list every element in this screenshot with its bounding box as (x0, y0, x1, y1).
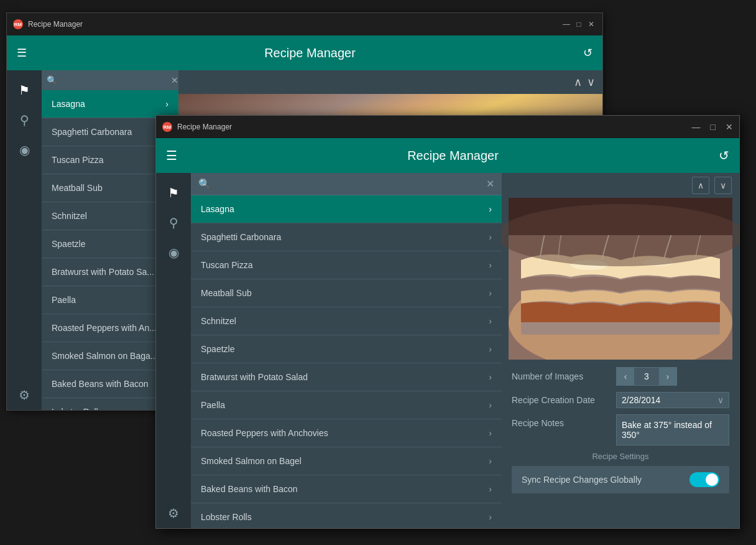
bg-search-clear-btn[interactable]: ✕ (171, 75, 178, 85)
fg-win-controls: — □ ✕ (692, 122, 733, 132)
fg-number-display: ‹ 3 › (616, 367, 677, 386)
fg-recipe-item-meatball-label: Meatball Sub (201, 288, 252, 298)
fg-recipe-item-tuscan-label: Tuscan Pizza (201, 260, 253, 270)
fg-prev-image-btn[interactable]: ∧ (692, 177, 709, 194)
bg-toolbar-title: Recipe Manager (37, 46, 583, 60)
bg-minimize-btn[interactable]: — (561, 19, 571, 29)
fg-num-images-next-btn[interactable]: › (659, 368, 676, 385)
fg-notes-control: Bake at 375° instead of 350° (616, 414, 729, 445)
fg-refresh-btn[interactable]: ↺ (719, 148, 729, 163)
fg-recipe-item-meatball-chevron: › (489, 288, 492, 298)
fg-search-bar: 🔍 ✕ (191, 173, 502, 195)
fg-recipe-item-lobster-chevron: › (489, 512, 492, 522)
fg-menu-icon[interactable]: ☰ (166, 148, 177, 163)
fg-food-image-svg (502, 198, 739, 360)
fg-minimize-btn[interactable]: — (692, 122, 701, 132)
fg-detail-panel: ∧ ∨ (502, 173, 739, 528)
bg-nav-arrows: ∧ ∨ (178, 70, 602, 94)
fg-recipe-item-tuscan[interactable]: Tuscan Pizza › (191, 251, 502, 279)
bg-search-input[interactable] (60, 75, 168, 85)
fg-creation-date-control: 2/28/2014 ∨ (616, 392, 729, 408)
bg-sidebar-search-icon[interactable]: ⚲ (7, 105, 42, 135)
bg-win-controls: — □ ✕ (561, 19, 596, 29)
fg-recipe-item-meatball[interactable]: Meatball Sub › (191, 279, 502, 307)
fg-recipe-item-tuscan-chevron: › (489, 260, 492, 270)
svg-point-6 (502, 204, 739, 266)
fg-recipe-item-schnitzel[interactable]: Schnitzel › (191, 307, 502, 335)
bg-toolbar-right: ↺ (583, 46, 592, 60)
fg-recipe-item-peppers[interactable]: Roasted Peppers with Anchovies › (191, 419, 502, 447)
fg-toolbar-title: Recipe Manager (187, 149, 719, 163)
fg-sidebar-flag-icon[interactable]: ⚑ (156, 178, 191, 208)
fg-content-area: ⚑ ⚲ ◉ ⚙ 🔍 ✕ Lasagna › Spaghetti Carbonar… (156, 173, 739, 528)
fg-sidebar-camera-icon[interactable]: ◉ (156, 238, 191, 268)
fg-num-images-control: ‹ 3 › (616, 367, 729, 386)
fg-notes-label: Recipe Notes (512, 414, 611, 428)
fg-app-icon: RM (162, 122, 172, 132)
bg-maximize-btn[interactable]: □ (574, 19, 584, 29)
fg-recipe-item-beans-chevron: › (489, 484, 492, 494)
fg-close-btn[interactable]: ✕ (726, 122, 733, 132)
fg-notes-value[interactable]: Bake at 375° instead of 350° (616, 414, 729, 445)
fg-recipe-item-bratwurst-label: Bratwurst with Potato Salad (201, 372, 308, 382)
fg-recipe-item-lasagna[interactable]: Lasagna › (191, 195, 502, 223)
fg-detail-nav: ∧ ∨ (502, 173, 739, 198)
bg-close-btn[interactable]: ✕ (586, 19, 596, 29)
foreground-window: RM Recipe Manager — □ ✕ ☰ Recipe Manager… (155, 115, 740, 529)
fg-creation-date-label: Recipe Creation Date (512, 395, 611, 405)
fg-recipe-item-bratwurst[interactable]: Bratwurst with Potato Salad › (191, 363, 502, 391)
fg-recipe-item-paella[interactable]: Paella › (191, 391, 502, 419)
fg-toolbar-right: ↺ (719, 148, 729, 163)
fg-recipe-list-panel: 🔍 ✕ Lasagna › Spaghetti Carbonara › Tusc… (191, 173, 502, 528)
fg-recipe-item-beans[interactable]: Baked Beans with Bacon › (191, 475, 502, 503)
fg-dropdown-arrow-icon: ∨ (717, 395, 724, 405)
fg-recipe-item-spaetzle-label: Spaetzle (201, 344, 234, 354)
fg-recipe-list-scroll[interactable]: Lasagna › Spaghetti Carbonara › Tuscan P… (191, 195, 502, 528)
fg-search-icon: 🔍 (198, 178, 211, 190)
bg-sidebar: ⚑ ⚲ ◉ ⚙ (7, 70, 42, 410)
fg-num-images-prev-btn[interactable]: ‹ (617, 368, 634, 385)
fg-date-value: 2/28/2014 (622, 395, 717, 405)
fg-search-clear-btn[interactable]: ✕ (486, 178, 494, 190)
bg-toolbar: ☰ Recipe Manager ↺ (7, 35, 602, 70)
fg-recipe-item-spaetzle-chevron: › (489, 344, 492, 354)
bg-sidebar-flag-icon[interactable]: ⚑ (7, 75, 42, 105)
fg-recipe-item-salmon-chevron: › (489, 456, 492, 466)
bg-recipe-item-lasagna[interactable]: Lasagna › (42, 90, 178, 118)
fg-maximize-btn[interactable]: □ (711, 122, 716, 132)
fg-recipe-item-bratwurst-chevron: › (489, 372, 492, 382)
fg-toolbar: ☰ Recipe Manager ↺ (156, 138, 739, 173)
fg-recipe-item-salmon[interactable]: Smoked Salmon on Bagel › (191, 447, 502, 475)
bg-search-icon: 🔍 (47, 75, 57, 85)
fg-sync-label: Sync Recipe Changes Globally (522, 475, 689, 485)
fg-date-select[interactable]: 2/28/2014 ∨ (616, 392, 729, 408)
fg-recipe-item-spaetzle[interactable]: Spaetzle › (191, 335, 502, 363)
fg-search-input[interactable] (216, 179, 481, 189)
fg-sidebar-search-icon[interactable]: ⚲ (156, 208, 191, 238)
fg-recipe-item-salmon-label: Smoked Salmon on Bagel (201, 456, 302, 466)
fg-detail-info: Number of Images ‹ 3 › Recipe Creation D… (502, 360, 739, 528)
bg-sidebar-settings-icon[interactable]: ⚙ (7, 380, 42, 410)
fg-recipe-item-lasagna-chevron: › (489, 204, 492, 214)
fg-recipe-item-lobster-label: Lobster Rolls (201, 512, 252, 522)
bg-prev-image-btn[interactable]: ∧ (574, 75, 582, 89)
fg-sync-toggle[interactable] (689, 472, 719, 487)
fg-recipe-item-lobster[interactable]: Lobster Rolls › (191, 503, 502, 528)
fg-settings-sync-row: Sync Recipe Changes Globally (512, 466, 729, 493)
fg-recipe-settings: Recipe Settings Sync Recipe Changes Glob… (512, 452, 729, 493)
fg-recipe-item-spaghetti-chevron: › (489, 232, 492, 242)
fg-sidebar-settings-icon[interactable]: ⚙ (156, 498, 191, 528)
fg-recipe-item-schnitzel-label: Schnitzel (201, 316, 236, 326)
bg-menu-icon[interactable]: ☰ (17, 46, 27, 60)
fg-titlebar: RM Recipe Manager — □ ✕ (156, 116, 739, 138)
fg-next-image-btn[interactable]: ∨ (714, 177, 732, 194)
bg-app-icon: RM (13, 19, 23, 29)
fg-notes-row: Recipe Notes Bake at 375° instead of 350… (512, 414, 729, 445)
bg-refresh-btn[interactable]: ↺ (583, 46, 592, 60)
fg-num-images-value: 3 (634, 371, 659, 381)
bg-sidebar-camera-icon[interactable]: ◉ (7, 135, 42, 165)
bg-next-image-btn[interactable]: ∨ (587, 75, 595, 89)
fg-food-image (502, 198, 739, 360)
fg-num-images-label: Number of Images (512, 371, 611, 381)
fg-recipe-item-spaghetti[interactable]: Spaghetti Carbonara › (191, 223, 502, 251)
